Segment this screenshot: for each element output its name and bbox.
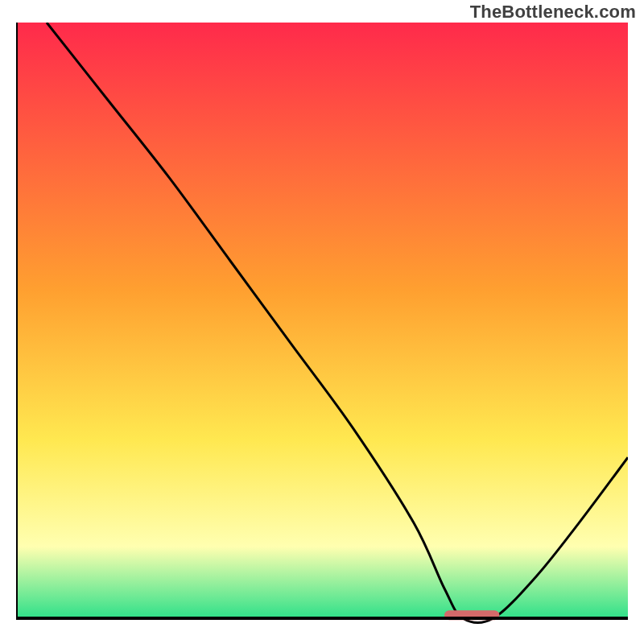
chart-container: TheBottleneck.com [0,0,644,644]
watermark-label: TheBottleneck.com [470,2,636,23]
chart-svg [16,23,628,634]
plot-area [16,23,628,634]
gradient-background [16,23,628,618]
